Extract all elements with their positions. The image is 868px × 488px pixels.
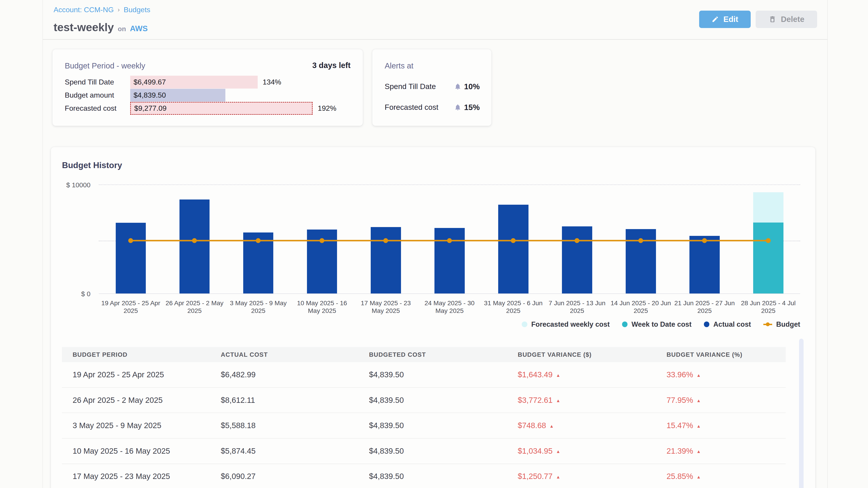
chart-legend: Forecasted weekly costWeek to Date costA… [522, 320, 800, 328]
table-cell-budgeted: $4,839.50 [358, 472, 507, 481]
alert-threshold-value: 15% [464, 103, 480, 112]
budget-row-label: Forecasted cost [65, 104, 117, 112]
table-cell-period: 3 May 2025 - 9 May 2025 [62, 421, 210, 430]
table-row: 26 Apr 2025 - 2 May 2025$8,612.11$4,839.… [62, 388, 786, 413]
table-cell-budgeted: $4,839.50 [358, 396, 507, 404]
on-label: on [118, 25, 126, 33]
forecast-bar: $9,277.09 [130, 102, 313, 115]
actual-cost-bar[interactable] [243, 232, 274, 293]
table-cell-actual: $5,874.45 [210, 447, 359, 455]
bar-percent: 192% [318, 104, 336, 112]
actual-cost-bar[interactable] [626, 229, 656, 293]
table-cell-variance-pct: 33.96%▲ [656, 370, 786, 379]
actual-cost-bar[interactable] [307, 230, 337, 293]
budget-row: Spend Till Date$6,499.67134% [53, 75, 363, 89]
breadcrumb-budgets-link[interactable]: Budgets [124, 6, 150, 14]
delete-button-label: Delete [781, 15, 804, 24]
table-body: 19 Apr 2025 - 25 Apr 2025$6,482.99$4,839… [62, 362, 786, 488]
table-header-cell: BUDGET PERIOD [62, 351, 210, 358]
legend-label: Forecasted weekly cost [531, 320, 610, 328]
table-header-cell: BUDGET VARIANCE (%) [656, 351, 786, 358]
table-cell-period: 26 Apr 2025 - 2 May 2025 [62, 396, 210, 404]
actual-cost-bar[interactable] [371, 227, 401, 293]
x-axis-label: 14 Jun 2025 - 20 Jun 2025 [609, 299, 673, 315]
table-header-row: BUDGET PERIODACTUAL COSTBUDGETED COSTBUD… [62, 347, 786, 362]
bar-value: $6,499.67 [130, 78, 166, 86]
actual-cost-bar[interactable] [434, 228, 465, 293]
edit-button-label: Edit [723, 15, 738, 24]
table-header-cell: ACTUAL COST [210, 351, 359, 358]
actual-cost-bar[interactable] [180, 199, 210, 293]
variance-up-icon: ▲ [696, 373, 701, 378]
variance-up-icon: ▲ [696, 398, 701, 403]
chart-title: Budget History [62, 160, 122, 170]
table-cell-budgeted: $4,839.50 [358, 370, 507, 379]
edit-button[interactable]: Edit [699, 11, 751, 28]
action-buttons: Edit Delete [699, 11, 817, 28]
legend-item[interactable]: Week to Date cost [622, 320, 692, 328]
table-cell-actual: $6,090.27 [210, 472, 359, 481]
budget-period-card: Budget Period - weekly 3 days left Spend… [53, 49, 363, 126]
bar-value: $9,277.09 [131, 104, 166, 112]
alerts-card: Alerts at Spend Till Date10%Forecasted c… [372, 49, 491, 126]
table-cell-variance-usd: $1,034.95▲ [507, 447, 656, 455]
table-row: 10 May 2025 - 16 May 2025$5,874.45$4,839… [62, 438, 786, 464]
x-axis-label: 26 Apr 2025 - 2 May 2025 [162, 299, 226, 315]
title-row: test-weekly on AWS [54, 21, 148, 34]
alerts-title: Alerts at [385, 61, 413, 70]
page-title: test-weekly [54, 21, 114, 34]
bar-value: $4,839.50 [130, 91, 166, 99]
x-axis-label: 17 May 2025 - 23 May 2025 [354, 299, 418, 315]
legend-swatch [622, 322, 628, 327]
breadcrumb: Account: CCM-NG › Budgets [54, 6, 150, 14]
actual-cost-bar[interactable] [689, 236, 720, 293]
actual-cost-bar[interactable] [498, 205, 528, 293]
budget-period-title: Budget Period - weekly [65, 61, 145, 70]
budget-row: Budget amount$4,839.50 [53, 89, 363, 102]
variance-up-icon: ▲ [550, 424, 554, 429]
legend-item[interactable]: Actual cost [704, 320, 751, 328]
content-column: Account: CCM-NG › Budgets test-weekly on… [42, 0, 828, 488]
delete-button[interactable]: Delete [756, 11, 817, 28]
x-axis-label: 31 May 2025 - 6 Jun 2025 [482, 299, 545, 315]
legend-item[interactable]: Forecasted weekly cost [522, 320, 610, 328]
table-cell-variance-usd: $1,643.49▲ [507, 370, 656, 379]
legend-item[interactable]: Budget [763, 320, 800, 328]
bell-icon [454, 83, 461, 90]
table-cell-variance-pct: 77.95%▲ [656, 396, 786, 404]
table-cell-actual: $5,588.18 [210, 421, 359, 430]
x-axis-label: 7 Jun 2025 - 13 Jun 2025 [545, 299, 609, 315]
bell-icon [454, 104, 461, 111]
budget-detail-page: Account: CCM-NG › Budgets test-weekly on… [0, 0, 868, 488]
breadcrumb-account-link[interactable]: Account: CCM-NG [54, 6, 114, 14]
table-row: 17 May 2025 - 23 May 2025$6,090.27$4,839… [62, 464, 786, 488]
table-cell-actual: $8,612.11 [210, 396, 359, 404]
legend-label: Budget [776, 320, 800, 328]
table-cell-period: 17 May 2025 - 23 May 2025 [62, 472, 210, 481]
pencil-icon [712, 15, 719, 23]
budget-row-label: Spend Till Date [65, 78, 114, 86]
variance-up-icon: ▲ [556, 398, 560, 403]
budget-row-label: Budget amount [65, 91, 114, 99]
x-axis-labels: 19 Apr 2025 - 25 Apr 202526 Apr 2025 - 2… [99, 299, 800, 315]
variance-up-icon: ▲ [696, 475, 701, 480]
alert-row-label: Spend Till Date [385, 82, 454, 91]
variance-up-icon: ▲ [556, 449, 560, 454]
chart-plot [99, 184, 800, 293]
week-to-date-bar[interactable] [753, 223, 783, 293]
table-cell-variance-usd: $748.68▲ [507, 421, 656, 430]
table-scrollbar[interactable] [799, 339, 804, 488]
table-cell-budgeted: $4,839.50 [358, 421, 507, 430]
table-cell-variance-pct: 25.85%▲ [656, 472, 786, 481]
legend-label: Actual cost [713, 320, 751, 328]
alert-row-label: Forecasted cost [385, 103, 454, 111]
x-axis-label: 19 Apr 2025 - 25 Apr 2025 [99, 299, 162, 315]
y-axis-tick-zero: $ 0 [57, 290, 90, 298]
actual-cost-bar[interactable] [116, 223, 146, 293]
actual-cost-bar[interactable] [562, 226, 592, 293]
table-cell-period: 19 Apr 2025 - 25 Apr 2025 [62, 370, 210, 379]
table-cell-budgeted: $4,839.50 [358, 447, 507, 455]
x-axis-label: 28 Jun 2025 - 4 Jul 2025 [737, 299, 800, 315]
legend-label: Week to Date cost [631, 320, 692, 328]
table-cell-actual: $6,482.99 [210, 370, 359, 379]
